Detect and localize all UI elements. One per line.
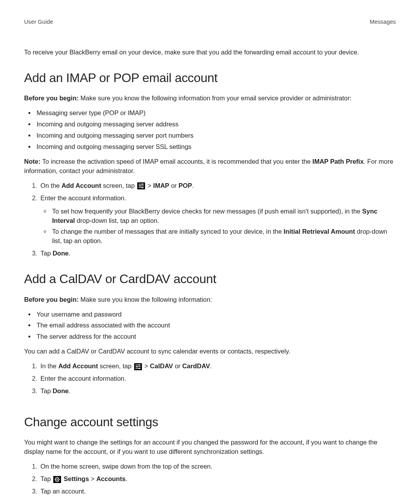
- before-label: Before you begin:: [24, 94, 79, 102]
- step-item: On the home screen, swipe down from the …: [39, 462, 396, 471]
- svg-point-12: [136, 366, 138, 368]
- sub2-bold: Initial Retrieval Amount: [284, 228, 355, 235]
- dav-steps: In the Add Account screen, tap > CalDAV …: [24, 362, 396, 396]
- step1-end: .: [210, 362, 212, 369]
- document-page: User Guide Messages To receive your Blac…: [0, 0, 420, 504]
- step2-text: Enter the account information.: [40, 194, 126, 201]
- step1-or: or: [169, 182, 178, 189]
- list-item: The email address associated with the ac…: [35, 321, 396, 330]
- step3-pre: Tap: [40, 250, 52, 257]
- sub1-post: drop-down list, tap an option.: [75, 217, 159, 224]
- note-text-1: To increase the activation speed of IMAP…: [40, 158, 312, 165]
- step3-bold: Done: [52, 250, 68, 257]
- svg-point-5: [139, 186, 141, 187]
- header-right: Messages: [370, 18, 396, 26]
- list-item: Incoming and outgoing messaging server S…: [35, 142, 396, 152]
- step1-pre: On the: [40, 182, 61, 189]
- svg-point-6: [142, 187, 143, 189]
- dav-usage-paragraph: You can add a CalDAV or CardDAV account …: [24, 347, 396, 356]
- heading-caldav-carddav: Add a CalDAV or CardDAV account: [24, 270, 396, 288]
- step1-bold1: Add Account: [61, 182, 101, 189]
- imap-steps: On the Add Account screen, tap > IMAP or…: [24, 181, 396, 258]
- list-item: The server address for the account: [35, 332, 396, 341]
- step3-end: .: [68, 250, 70, 257]
- step2-sublist: To set how frequently your BlackBerry de…: [40, 207, 396, 246]
- step-item: Tap an account.: [39, 487, 396, 496]
- step3-bold: Done: [52, 387, 68, 394]
- heading-imap-pop: Add an IMAP or POP email account: [24, 69, 396, 87]
- step1-mid: screen, tap: [98, 362, 133, 369]
- step1-or: or: [173, 362, 182, 369]
- step2-end: .: [126, 475, 128, 482]
- note-bold: IMAP Path Prefix: [312, 158, 364, 165]
- svg-point-20: [57, 479, 58, 480]
- step-item: In the Add Account screen, tap > CalDAV …: [39, 362, 396, 371]
- dav-prereq-list: Your username and password The email add…: [24, 310, 396, 342]
- advanced-settings-icon: [137, 182, 145, 189]
- header-left: User Guide: [24, 18, 53, 26]
- before-text: Make sure you know the following informa…: [79, 296, 212, 303]
- list-item: Messaging server type (POP or IMAP): [35, 108, 396, 118]
- advanced-settings-icon: [134, 363, 142, 370]
- step-item: On the Add Account screen, tap > IMAP or…: [39, 181, 396, 191]
- list-item: Your username and password: [35, 310, 396, 319]
- step1-gt: >: [148, 182, 153, 189]
- change-paragraph: You might want to change the settings fo…: [24, 438, 396, 457]
- step2-gt: >: [89, 475, 96, 482]
- step-item: Tap Settings > A: [39, 474, 396, 484]
- step3-end: .: [68, 387, 70, 394]
- step-item: Enter the account information. To set ho…: [39, 194, 396, 246]
- note-label: Note:: [24, 158, 40, 165]
- before-label: Before you begin:: [24, 296, 79, 303]
- list-item: Incoming and outgoing messaging server p…: [35, 131, 396, 140]
- step1-bold2: IMAP: [153, 182, 169, 189]
- page-header: User Guide Messages: [24, 18, 396, 26]
- svg-point-4: [142, 184, 143, 185]
- step2-pre: Tap: [40, 475, 52, 482]
- step1-pre: In the: [40, 362, 58, 369]
- svg-point-13: [138, 368, 140, 369]
- step1-bold2: CalDAV: [150, 362, 173, 369]
- imap-prereq-list: Messaging server type (POP or IMAP) Inco…: [24, 108, 396, 152]
- dav-before-you-begin: Before you begin: Make sure you know the…: [24, 295, 396, 304]
- step2-bold2: Accounts: [96, 475, 126, 482]
- heading-change-settings: Change account settings: [24, 413, 396, 431]
- step1-mid: screen, tap: [101, 182, 136, 189]
- imap-before-you-begin: Before you begin: Make sure you know the…: [24, 94, 396, 103]
- step2-bold1: Settings: [64, 475, 89, 482]
- imap-note: Note: To increase the activation speed o…: [24, 157, 396, 176]
- before-text: Make sure you know the following informa…: [79, 94, 352, 102]
- step1-bold3: POP: [178, 182, 192, 189]
- change-steps: On the home screen, swipe down from the …: [24, 462, 396, 496]
- list-item: To set how frequently your BlackBerry de…: [51, 207, 396, 226]
- step1-bold3: CardDAV: [182, 362, 210, 369]
- step3-pre: Tap: [40, 387, 52, 394]
- step-item: Tap Done.: [39, 249, 396, 258]
- step-item: Enter the account information.: [39, 374, 396, 383]
- sub2-pre: To change the number of messages that ar…: [52, 228, 284, 235]
- step1-end: .: [192, 182, 194, 189]
- step1-bold1: Add Account: [58, 362, 98, 369]
- svg-point-11: [138, 364, 140, 366]
- sub1-pre: To set how frequently your BlackBerry de…: [52, 208, 362, 215]
- intro-paragraph: To receive your BlackBerry email on your…: [24, 48, 396, 57]
- list-item: To change the number of messages that ar…: [51, 227, 396, 246]
- step-item: Tap Done.: [39, 387, 396, 396]
- list-item: Incoming and outgoing messaging server a…: [35, 120, 396, 129]
- step1-gt: >: [144, 362, 150, 369]
- settings-gear-icon: [53, 476, 61, 483]
